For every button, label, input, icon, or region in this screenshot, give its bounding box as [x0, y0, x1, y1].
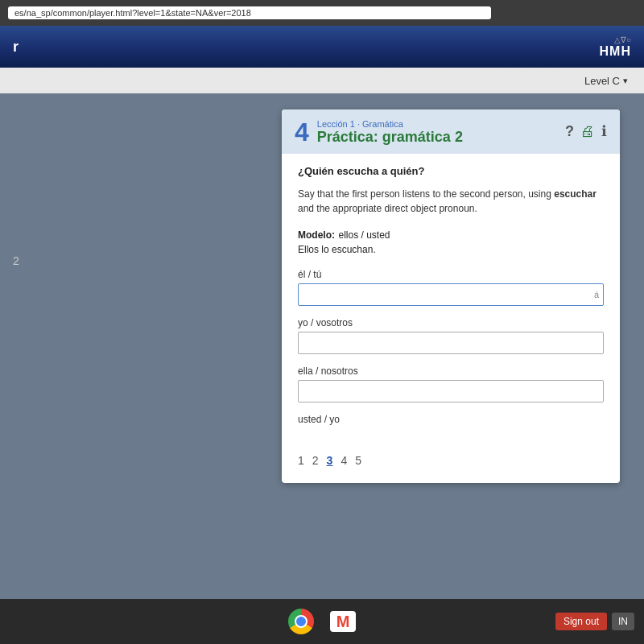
label-yo-vosotros: yo / vosotros [298, 317, 604, 328]
hmh-triangle-icon: △∇○ [600, 35, 631, 44]
page-1[interactable]: 1 [298, 454, 304, 467]
lesson-label: Lección 1 · Gramática [317, 119, 463, 129]
level-bar: Level C [0, 68, 644, 93]
top-nav: r △∇○ HMH [0, 26, 644, 68]
modelo-answer: Ellos lo escuchan. [298, 244, 376, 255]
nav-left-label: r [13, 39, 19, 56]
taskbar-icons: M [288, 609, 356, 634]
page-3[interactable]: 3 [327, 454, 333, 467]
main-content: 2 4 Lección 1 · Gramática Práctica: gram… [0, 93, 644, 599]
form-group-el-tu: él / tú á [298, 269, 604, 306]
in-button[interactable]: IN [612, 613, 634, 630]
input-ella-nosotros[interactable] [298, 380, 604, 402]
subtitle: ¿Quién escucha a quién? [298, 165, 604, 177]
sign-out-button[interactable]: Sign out [555, 613, 607, 630]
accent-button[interactable]: á [594, 290, 599, 299]
card-number: 4 [295, 119, 309, 145]
level-selector[interactable]: Level C [584, 75, 628, 87]
instructions-text-1: Say that the first person listens to the… [298, 188, 551, 200]
form-group-ella-nosotros: ella / nosotros [298, 365, 604, 402]
label-el-tu: él / tú [298, 269, 604, 280]
instructions-text-2: and the appropriate direct object pronou… [298, 203, 477, 214]
modelo-label: Modelo: [298, 229, 335, 241]
page-2[interactable]: 2 [312, 454, 319, 467]
input-el-tu[interactable] [298, 283, 604, 306]
chrome-icon[interactable] [288, 609, 314, 634]
page-4[interactable]: 4 [341, 454, 347, 467]
label-usted-yo: usted / yo [298, 414, 604, 425]
form-group-usted-yo: usted / yo [298, 414, 604, 425]
pagination: 1 2 3 4 5 [282, 448, 620, 467]
taskbar: M Sign out IN [0, 599, 644, 644]
side-number: 2 [13, 254, 19, 267]
instructions: Say that the first person listens to the… [298, 187, 604, 216]
card-actions: ? 🖨 ℹ [565, 119, 607, 140]
card-header: 4 Lección 1 · Gramática Práctica: gramát… [282, 109, 620, 154]
modelo-section: Modelo: ellos / usted Ellos lo escuchan. [298, 227, 604, 256]
input-yo-vosotros[interactable] [298, 332, 604, 354]
card-title-text: Lección 1 · Gramática Práctica: gramátic… [317, 119, 463, 146]
help-icon[interactable]: ? [565, 123, 574, 140]
form-group-yo-vosotros: yo / vosotros [298, 317, 604, 354]
label-ella-nosotros: ella / nosotros [298, 365, 604, 377]
info-icon[interactable]: ℹ [601, 122, 607, 140]
taskbar-right-buttons: Sign out IN [555, 613, 634, 630]
hmh-text: HMH [600, 44, 631, 58]
gmail-icon[interactable]: M [330, 611, 356, 632]
input-wrapper-el-tu: á [298, 283, 604, 306]
practice-card: 4 Lección 1 · Gramática Práctica: gramát… [282, 109, 620, 483]
instructions-bold: escuchar [554, 188, 597, 200]
hmh-logo: △∇○ HMH [600, 35, 631, 59]
card-body: ¿Quién escucha a quién? Say that the fir… [282, 154, 620, 448]
print-icon[interactable]: 🖨 [580, 123, 595, 140]
page-5[interactable]: 5 [355, 454, 361, 467]
card-title-group: 4 Lección 1 · Gramática Práctica: gramát… [295, 119, 463, 146]
modelo-example: ellos / usted [338, 229, 390, 241]
browser-bar: es/na_sp/common/player.html?level=1&stat… [0, 0, 644, 26]
url-bar[interactable]: es/na_sp/common/player.html?level=1&stat… [8, 6, 491, 19]
practice-title: Práctica: gramática 2 [317, 129, 463, 145]
